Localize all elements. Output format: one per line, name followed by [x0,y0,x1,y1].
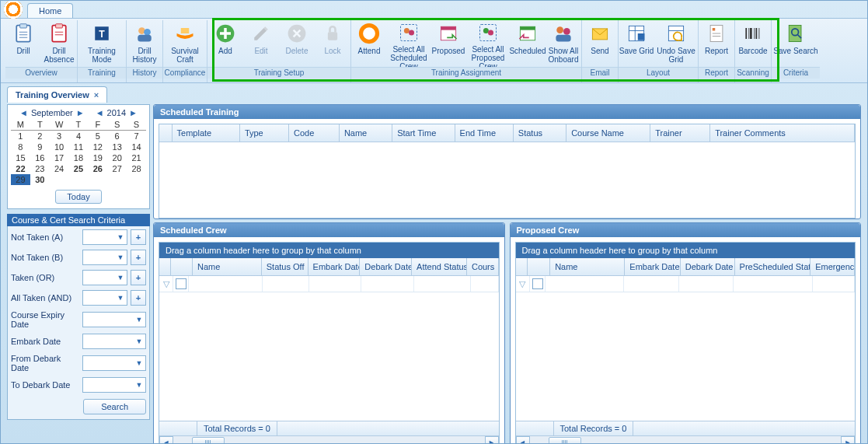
chevron-down-icon[interactable]: ▼ [134,381,144,389]
cal-next-month[interactable]: ► [76,108,85,117]
scroll-right-icon[interactable]: ► [485,436,499,444]
cal-day[interactable]: 25 [69,163,89,174]
cal-day[interactable]: 20 [107,152,127,163]
column-header[interactable]: Name [550,258,625,275]
cal-day[interactable]: 2 [30,131,50,142]
cal-day[interactable]: 8 [11,142,30,152]
filter-cell[interactable] [189,276,263,292]
cal-day[interactable]: 29 [11,174,30,185]
criteria-input[interactable]: ▼ [82,270,127,285]
save-grid-button[interactable]: Save Grid [619,20,654,67]
column-header[interactable]: Cours [467,258,499,275]
filter-cell[interactable] [546,276,624,292]
drill-absence-button[interactable]: Drill Absence [41,20,77,67]
column-header[interactable]: Trainer Comments [710,124,855,142]
chevron-down-icon[interactable]: ▼ [134,359,144,367]
column-header[interactable]: Emergency [810,258,855,275]
scroll-thumb[interactable] [549,437,581,444]
proposed-crew-group-bar[interactable]: Drag a column header here to group by th… [516,243,856,258]
cal-day[interactable]: 24 [50,163,69,174]
edit-button[interactable]: Edit [243,20,279,67]
filter-icon[interactable]: ▽ [159,276,173,292]
filter-cell[interactable] [309,276,362,292]
column-header[interactable]: Status Off [262,258,309,275]
tab-training-overview[interactable]: Training Overview × [7,86,107,103]
chevron-down-icon[interactable]: ▼ [116,294,125,302]
cal-day[interactable]: 22 [11,163,30,174]
add-criteria-button[interactable]: + [131,270,146,285]
proposed-crew-scrollbar[interactable]: ◄ ► [516,435,856,444]
filter-cell[interactable] [734,276,814,292]
cal-day[interactable]: 12 [88,142,107,152]
chevron-down-icon[interactable]: ▼ [116,233,125,241]
criteria-input[interactable]: ▼ [82,334,146,349]
tab-home[interactable]: Home [27,3,73,18]
cal-day[interactable]: 17 [50,152,69,163]
add-criteria-button[interactable]: + [131,290,146,306]
lock-button[interactable]: Lock [315,20,350,67]
scheduled-button[interactable]: Scheduled [510,20,546,67]
today-button[interactable]: Today [55,190,101,204]
filter-cell[interactable] [361,276,414,292]
column-header[interactable]: Status [514,124,566,142]
barcode-button[interactable]: Barcode [735,20,771,67]
close-icon[interactable]: × [94,90,99,100]
cal-day[interactable]: 28 [127,163,146,174]
chevron-down-icon[interactable]: ▼ [134,337,144,345]
add-criteria-button[interactable]: + [131,229,146,245]
cal-day[interactable]: 19 [88,152,107,163]
column-header[interactable]: Trainer [650,124,710,142]
chevron-down-icon[interactable]: ▼ [116,274,125,281]
search-button[interactable]: Search [83,399,146,414]
column-header[interactable]: Start Time [392,124,455,142]
column-header[interactable]: PreScheduled Status [735,258,811,275]
criteria-input[interactable]: ▼ [82,355,146,371]
criteria-input[interactable]: ▼ [82,377,146,393]
scheduled-crew-filter-row[interactable]: ▽ [159,276,499,292]
criteria-input[interactable]: ▼ [82,290,127,306]
undo-save-grid-button[interactable]: Undo Save Grid [654,20,698,67]
send-button[interactable]: Send [582,20,618,67]
cal-day[interactable]: 5 [88,131,107,142]
add-criteria-button[interactable]: + [131,250,146,265]
select-all-proposed-crew-button[interactable]: Select All Proposed Crew [466,20,510,67]
scheduled-crew-scrollbar[interactable]: ◄ ► [159,435,499,444]
cal-day[interactable]: 18 [69,152,89,163]
cal-prev-year[interactable]: ◄ [96,108,104,117]
filter-cell[interactable] [471,276,498,292]
scroll-thumb[interactable] [192,437,225,444]
proposed-crew-filter-row[interactable]: ▽ [516,276,856,292]
column-header[interactable]: Course Name [566,124,650,142]
column-header[interactable]: Name [340,124,392,142]
chevron-down-icon[interactable]: ▼ [134,316,144,323]
scheduled-crew-group-bar[interactable]: Drag a column header here to group by th… [159,243,499,258]
column-header[interactable]: Name [193,258,262,275]
cal-day[interactable]: 10 [50,142,69,152]
criteria-input[interactable]: ▼ [82,229,127,245]
filter-cell[interactable] [813,276,855,292]
report-button[interactable]: Report [699,20,734,67]
drill-button[interactable]: Drill [5,20,41,67]
scroll-left-icon[interactable]: ◄ [516,436,530,444]
column-header[interactable]: Template [173,124,240,142]
select-all-scheduled-crew-button[interactable]: Select All Scheduled Crew [387,20,431,67]
filter-cell[interactable] [624,276,679,292]
cal-day[interactable]: 13 [107,142,127,152]
cal-year[interactable]: 2014 [107,108,126,117]
checkbox-icon[interactable] [176,278,186,289]
survival-craft-button[interactable]: Survival Craft [163,20,207,67]
cal-day[interactable]: 7 [127,131,146,142]
add-button[interactable]: Add [207,20,243,67]
chevron-down-icon[interactable]: ▼ [116,253,125,261]
drill-history-button[interactable]: Drill History [127,20,162,67]
cal-day[interactable]: 16 [30,152,50,163]
attend-button[interactable]: Attend [351,20,387,67]
filter-cell[interactable] [679,276,733,292]
cal-next-year[interactable]: ► [129,108,138,117]
column-header[interactable]: Type [240,124,289,142]
cal-day[interactable]: 4 [69,131,89,142]
column-header[interactable]: Embark Date [309,258,361,275]
cal-day[interactable]: 27 [107,163,127,174]
proposed-button[interactable]: Proposed [431,20,466,67]
cal-day[interactable]: 26 [88,163,107,174]
